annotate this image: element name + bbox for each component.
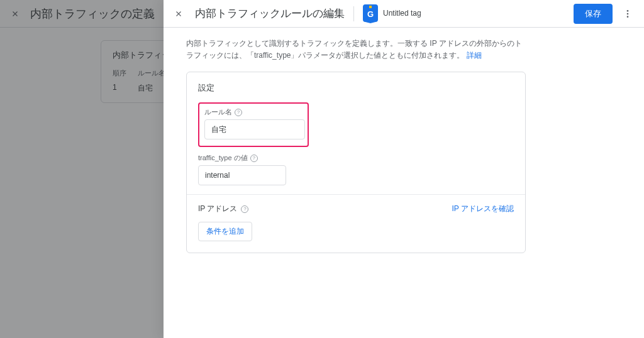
more-menu-icon[interactable] [619,5,636,23]
add-condition-button[interactable]: 条件を追加 [198,222,252,241]
help-icon[interactable]: ? [250,155,258,162]
settings-title: 設定 [198,82,514,94]
panel-header: 内部トラフィックルールの編集 G Untitled tag 保存 [164,0,644,28]
panel-tag-label: Untitled tag [383,9,421,18]
panel-title: 内部トラフィックルールの編集 [195,6,345,21]
tag-icon: G [363,4,378,23]
help-icon[interactable]: ? [235,109,242,116]
svg-point-4 [627,10,629,12]
svg-point-6 [627,16,629,18]
svg-point-5 [627,13,629,14]
rule-name-label: ルール名 ? [204,107,303,117]
traffic-type-label: traffic_type の値 ? [198,153,514,163]
rule-name-highlight: ルール名 ? [198,102,309,147]
check-ip-link[interactable]: IP アドレスを確認 [452,204,514,214]
save-button[interactable]: 保存 [574,4,613,24]
close-icon[interactable] [171,6,186,21]
svg-text:G: G [367,9,374,19]
divider [353,6,354,21]
settings-card: 設定 ルール名 ? traffic_type の値 ? IP アドレス [186,72,526,253]
ip-address-label: IP アドレス ? [198,204,248,214]
panel-description: 内部トラフィックとして識別するトラフィックを定義します。一致する IP アドレス… [186,38,526,62]
divider [187,194,525,195]
help-icon[interactable]: ? [241,205,248,213]
traffic-type-input[interactable] [198,165,286,185]
rule-name-input[interactable] [204,119,305,139]
svg-rect-3 [369,6,372,8]
edit-rule-panel: 内部トラフィックルールの編集 G Untitled tag 保存 内部トラフィッ… [164,0,644,338]
learn-more-link[interactable]: 詳細 [467,51,482,60]
